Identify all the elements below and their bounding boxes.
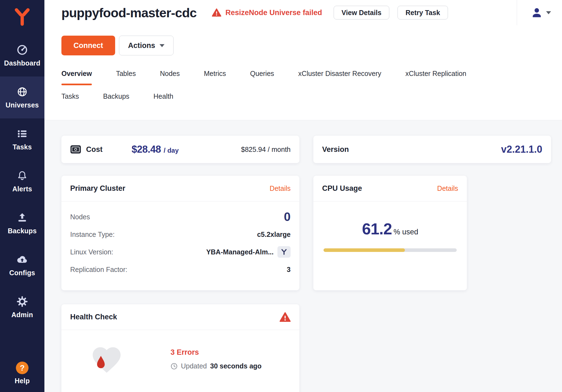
cost-daily-group: $28.48 / day [132,144,179,155]
cpu-usage-body: 61.2 % used [313,201,467,290]
sidebar-label: Configs [9,269,35,277]
primary-cluster-details-link[interactable]: Details [270,184,291,192]
yba-image-badge[interactable] [277,246,291,258]
tasks-list-icon [16,128,28,140]
universe-error: ResizeNode Universe failed [212,8,322,17]
health-check-card: Health Check [61,304,299,392]
sidebar-item-admin[interactable]: Admin [0,286,44,328]
actions-button-label: Actions [128,41,155,50]
retry-task-button[interactable]: Retry Task [398,6,448,19]
dashboard-gauge-icon [16,44,28,56]
tabs-row-2: Tasks Backups Health [61,92,551,108]
blood-drop-icon [94,355,108,371]
instance-type-label: Instance Type: [70,231,115,238]
sidebar-item-alerts[interactable]: Alerts [0,160,44,202]
version-value: v2.21.1.0 [501,144,542,155]
upload-icon [16,212,28,224]
cpu-usage-card: CPU Usage Details 61.2 % used [313,176,467,290]
topbar: puppyfood-master-cdc ResizeNode Universe… [44,0,562,120]
cpu-usage-value-line: 61.2 % used [362,220,418,238]
question-circle-icon: ? [16,362,29,374]
health-info: 3 Errors Updated 30 seconds ago [171,348,262,370]
sidebar-item-help[interactable]: ? Help [0,362,44,392]
health-heart-icon [90,344,123,374]
sidebar-label: Help [15,377,30,385]
universe-tabs: Overview Tables Nodes Metrics Queries xC… [61,70,551,108]
version-card: Version v2.21.1.0 [313,136,551,163]
error-message: ResizeNode Universe failed [225,8,322,17]
instance-type-value: c5.2xlarge [257,231,291,238]
tab-xcluster-replication[interactable]: xCluster Replication [405,70,466,85]
cost-daily-unit: / day [164,147,179,154]
sidebar: Dashboard Universes Tasks [0,0,44,392]
nodes-value: 0 [284,210,291,224]
nodes-label: Nodes [70,213,90,221]
sidebar-item-dashboard[interactable]: Dashboard [0,35,44,76]
tab-backups[interactable]: Backups [103,92,129,108]
tab-overview[interactable]: Overview [61,70,92,85]
actions-button[interactable]: Actions [119,36,174,55]
linux-version-label: Linux Version: [70,248,113,256]
gear-icon [16,296,28,308]
cluster-row-nodes: Nodes 0 [70,208,291,226]
clock-icon [171,363,178,370]
yugabyte-logo[interactable] [0,0,44,35]
yugabyte-logo-icon [12,7,32,27]
action-row: Connect Actions [61,36,551,55]
yugabyte-mark-icon [280,248,288,255]
page: Dashboard Universes Tasks [0,0,562,392]
cluster-row-replication-factor: Replication Factor: 3 [70,261,291,278]
sidebar-label: Dashboard [4,59,40,67]
tab-nodes[interactable]: Nodes [160,70,180,85]
sidebar-item-tasks[interactable]: Tasks [0,118,44,160]
cpu-usage-details-link[interactable]: Details [437,184,458,192]
main-area: puppyfood-master-cdc ResizeNode Universe… [44,0,562,392]
cpu-usage-suffix: % used [393,228,418,236]
sidebar-label: Tasks [13,143,32,151]
health-row: Health Check [61,304,551,392]
tab-health[interactable]: Health [154,92,173,108]
health-updated-time: 30 seconds ago [210,362,262,370]
tab-metrics[interactable]: Metrics [204,70,226,85]
health-check-header: Health Check [61,304,299,330]
replication-factor-value: 3 [287,266,291,274]
tab-tasks[interactable]: Tasks [61,92,79,108]
tabs-row-1: Overview Tables Nodes Metrics Queries xC… [61,70,551,85]
sidebar-item-backups[interactable]: Backups [0,202,44,244]
health-errors-link[interactable]: 3 Errors [171,348,262,357]
warning-triangle-icon [280,312,291,323]
primary-cluster-title: Primary Cluster [70,184,125,193]
bell-icon [16,170,28,182]
health-check-body: 3 Errors Updated 30 seconds ago [61,330,299,385]
cpu-progress-fill [323,248,405,252]
connect-button[interactable]: Connect [61,36,115,55]
title-row: puppyfood-master-cdc ResizeNode Universe… [61,0,551,25]
health-updated-row: Updated 30 seconds ago [171,362,262,370]
sidebar-item-configs[interactable]: Configs [0,244,44,286]
sidebar-item-universes[interactable]: Universes [0,76,44,118]
sidebar-label: Universes [5,101,39,109]
view-details-button[interactable]: View Details [334,6,389,19]
user-icon [531,7,543,19]
cost-card: Cost $28.48 / day $825.94 / month [61,136,299,163]
health-check-title: Health Check [70,313,117,321]
stats-row: Cost $28.48 / day $825.94 / month Versio… [61,136,551,163]
cpu-usage-title: CPU Usage [322,184,362,193]
globe-icon [16,86,28,98]
health-updated-label: Updated [181,362,207,370]
tab-tables[interactable]: Tables [116,70,136,85]
tab-xcluster-disaster-recovery[interactable]: xCluster Disaster Recovery [298,70,381,85]
linux-version-value: YBA-Managed-Alm... [206,248,274,256]
overview-content: Cost $28.48 / day $825.94 / month Versio… [44,120,562,392]
sidebar-label: Admin [12,311,33,319]
chevron-down-icon [160,44,164,47]
tab-queries[interactable]: Queries [250,70,274,85]
cpu-usage-header: CPU Usage Details [313,176,467,201]
cost-daily-value: $28.48 [132,144,161,155]
banknote-icon [70,145,81,154]
warning-triangle-icon [212,8,221,17]
linux-version-value-group: YBA-Managed-Alm... [206,246,291,258]
cluster-row-instance-type: Instance Type: c5.2xlarge [70,226,291,243]
user-menu[interactable] [517,0,551,25]
primary-cluster-body: Nodes 0 Instance Type: c5.2xlarge Linux … [61,201,299,278]
